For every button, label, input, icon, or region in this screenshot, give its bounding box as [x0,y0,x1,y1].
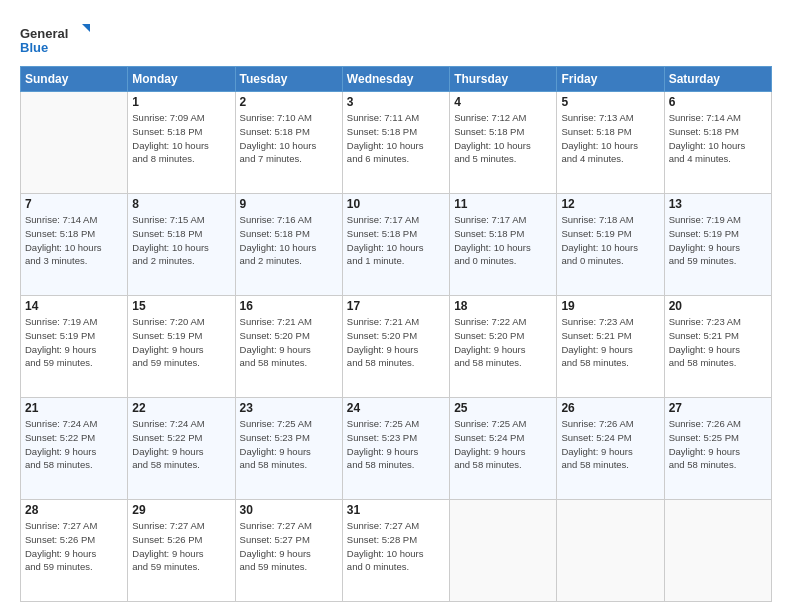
calendar-cell: 21Sunrise: 7:24 AM Sunset: 5:22 PM Dayli… [21,398,128,500]
day-number: 18 [454,299,552,313]
calendar-cell [664,500,771,602]
day-number: 26 [561,401,659,415]
calendar-cell: 30Sunrise: 7:27 AM Sunset: 5:27 PM Dayli… [235,500,342,602]
day-header-friday: Friday [557,67,664,92]
calendar-cell: 20Sunrise: 7:23 AM Sunset: 5:21 PM Dayli… [664,296,771,398]
day-number: 3 [347,95,445,109]
day-number: 28 [25,503,123,517]
calendar-cell: 13Sunrise: 7:19 AM Sunset: 5:19 PM Dayli… [664,194,771,296]
calendar-header-row: SundayMondayTuesdayWednesdayThursdayFrid… [21,67,772,92]
day-number: 6 [669,95,767,109]
calendar-cell: 26Sunrise: 7:26 AM Sunset: 5:24 PM Dayli… [557,398,664,500]
calendar-cell: 7Sunrise: 7:14 AM Sunset: 5:18 PM Daylig… [21,194,128,296]
day-number: 31 [347,503,445,517]
calendar-cell: 28Sunrise: 7:27 AM Sunset: 5:26 PM Dayli… [21,500,128,602]
day-number: 7 [25,197,123,211]
calendar-week-5: 28Sunrise: 7:27 AM Sunset: 5:26 PM Dayli… [21,500,772,602]
day-number: 21 [25,401,123,415]
day-info: Sunrise: 7:24 AM Sunset: 5:22 PM Dayligh… [132,417,230,472]
day-info: Sunrise: 7:09 AM Sunset: 5:18 PM Dayligh… [132,111,230,166]
day-info: Sunrise: 7:12 AM Sunset: 5:18 PM Dayligh… [454,111,552,166]
day-info: Sunrise: 7:20 AM Sunset: 5:19 PM Dayligh… [132,315,230,370]
calendar-cell: 8Sunrise: 7:15 AM Sunset: 5:18 PM Daylig… [128,194,235,296]
calendar-cell: 10Sunrise: 7:17 AM Sunset: 5:18 PM Dayli… [342,194,449,296]
calendar-cell: 29Sunrise: 7:27 AM Sunset: 5:26 PM Dayli… [128,500,235,602]
day-number: 1 [132,95,230,109]
day-info: Sunrise: 7:24 AM Sunset: 5:22 PM Dayligh… [25,417,123,472]
day-info: Sunrise: 7:26 AM Sunset: 5:25 PM Dayligh… [669,417,767,472]
day-number: 10 [347,197,445,211]
day-info: Sunrise: 7:16 AM Sunset: 5:18 PM Dayligh… [240,213,338,268]
header: General Blue [20,18,772,58]
day-info: Sunrise: 7:17 AM Sunset: 5:18 PM Dayligh… [454,213,552,268]
calendar-cell: 25Sunrise: 7:25 AM Sunset: 5:24 PM Dayli… [450,398,557,500]
day-number: 27 [669,401,767,415]
day-info: Sunrise: 7:21 AM Sunset: 5:20 PM Dayligh… [347,315,445,370]
day-info: Sunrise: 7:13 AM Sunset: 5:18 PM Dayligh… [561,111,659,166]
day-number: 22 [132,401,230,415]
calendar-week-4: 21Sunrise: 7:24 AM Sunset: 5:22 PM Dayli… [21,398,772,500]
day-info: Sunrise: 7:15 AM Sunset: 5:18 PM Dayligh… [132,213,230,268]
day-number: 4 [454,95,552,109]
day-info: Sunrise: 7:22 AM Sunset: 5:20 PM Dayligh… [454,315,552,370]
calendar-cell: 14Sunrise: 7:19 AM Sunset: 5:19 PM Dayli… [21,296,128,398]
day-header-monday: Monday [128,67,235,92]
day-info: Sunrise: 7:27 AM Sunset: 5:27 PM Dayligh… [240,519,338,574]
calendar-cell: 12Sunrise: 7:18 AM Sunset: 5:19 PM Dayli… [557,194,664,296]
calendar-cell [21,92,128,194]
calendar-cell: 17Sunrise: 7:21 AM Sunset: 5:20 PM Dayli… [342,296,449,398]
day-number: 23 [240,401,338,415]
day-number: 5 [561,95,659,109]
day-info: Sunrise: 7:19 AM Sunset: 5:19 PM Dayligh… [669,213,767,268]
calendar-cell: 11Sunrise: 7:17 AM Sunset: 5:18 PM Dayli… [450,194,557,296]
calendar-cell: 5Sunrise: 7:13 AM Sunset: 5:18 PM Daylig… [557,92,664,194]
day-number: 20 [669,299,767,313]
calendar-cell: 23Sunrise: 7:25 AM Sunset: 5:23 PM Dayli… [235,398,342,500]
day-number: 17 [347,299,445,313]
day-number: 12 [561,197,659,211]
calendar-cell: 2Sunrise: 7:10 AM Sunset: 5:18 PM Daylig… [235,92,342,194]
day-number: 9 [240,197,338,211]
day-info: Sunrise: 7:25 AM Sunset: 5:23 PM Dayligh… [240,417,338,472]
calendar-cell: 27Sunrise: 7:26 AM Sunset: 5:25 PM Dayli… [664,398,771,500]
day-number: 30 [240,503,338,517]
day-info: Sunrise: 7:17 AM Sunset: 5:18 PM Dayligh… [347,213,445,268]
day-number: 15 [132,299,230,313]
day-info: Sunrise: 7:10 AM Sunset: 5:18 PM Dayligh… [240,111,338,166]
day-number: 13 [669,197,767,211]
calendar-cell: 4Sunrise: 7:12 AM Sunset: 5:18 PM Daylig… [450,92,557,194]
day-info: Sunrise: 7:23 AM Sunset: 5:21 PM Dayligh… [561,315,659,370]
day-number: 19 [561,299,659,313]
calendar-cell: 19Sunrise: 7:23 AM Sunset: 5:21 PM Dayli… [557,296,664,398]
day-header-wednesday: Wednesday [342,67,449,92]
day-info: Sunrise: 7:14 AM Sunset: 5:18 PM Dayligh… [25,213,123,268]
calendar-cell: 3Sunrise: 7:11 AM Sunset: 5:18 PM Daylig… [342,92,449,194]
day-number: 16 [240,299,338,313]
calendar-cell: 16Sunrise: 7:21 AM Sunset: 5:20 PM Dayli… [235,296,342,398]
day-number: 24 [347,401,445,415]
day-info: Sunrise: 7:27 AM Sunset: 5:26 PM Dayligh… [132,519,230,574]
day-number: 11 [454,197,552,211]
calendar-week-2: 7Sunrise: 7:14 AM Sunset: 5:18 PM Daylig… [21,194,772,296]
day-info: Sunrise: 7:23 AM Sunset: 5:21 PM Dayligh… [669,315,767,370]
day-info: Sunrise: 7:25 AM Sunset: 5:24 PM Dayligh… [454,417,552,472]
calendar-cell [450,500,557,602]
day-number: 29 [132,503,230,517]
day-info: Sunrise: 7:25 AM Sunset: 5:23 PM Dayligh… [347,417,445,472]
calendar-cell [557,500,664,602]
day-header-saturday: Saturday [664,67,771,92]
logo: General Blue [20,22,90,58]
day-info: Sunrise: 7:27 AM Sunset: 5:26 PM Dayligh… [25,519,123,574]
svg-marker-1 [82,24,90,32]
day-info: Sunrise: 7:11 AM Sunset: 5:18 PM Dayligh… [347,111,445,166]
calendar-cell: 24Sunrise: 7:25 AM Sunset: 5:23 PM Dayli… [342,398,449,500]
calendar-cell: 31Sunrise: 7:27 AM Sunset: 5:28 PM Dayli… [342,500,449,602]
calendar-cell: 22Sunrise: 7:24 AM Sunset: 5:22 PM Dayli… [128,398,235,500]
svg-text:Blue: Blue [20,40,48,55]
svg-text:General: General [20,26,68,41]
logo-svg: General Blue [20,22,90,58]
calendar-week-1: 1Sunrise: 7:09 AM Sunset: 5:18 PM Daylig… [21,92,772,194]
day-number: 8 [132,197,230,211]
day-info: Sunrise: 7:27 AM Sunset: 5:28 PM Dayligh… [347,519,445,574]
calendar-cell: 9Sunrise: 7:16 AM Sunset: 5:18 PM Daylig… [235,194,342,296]
